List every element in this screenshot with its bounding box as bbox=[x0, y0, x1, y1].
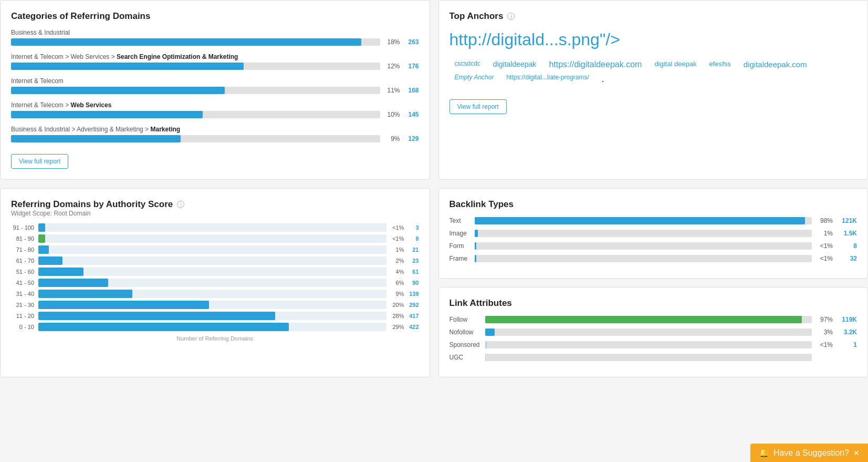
backlink-title: Backlink Types bbox=[449, 199, 857, 210]
backlink-bar-bg bbox=[475, 217, 812, 224]
category-bar-fill bbox=[11, 63, 244, 70]
anchor-tag[interactable]: https://digitaldeepak.com bbox=[549, 60, 642, 69]
authority-chart: 91 - 100 <1% 3 81 - 90 <1% 8 71 - 80 1% … bbox=[11, 223, 419, 331]
authority-row-pct: 1% bbox=[386, 247, 404, 253]
link-attr-row-pct: <1% bbox=[816, 341, 833, 348]
category-bar-fill bbox=[11, 38, 361, 46]
anchor-tag[interactable]: digital deepak bbox=[654, 60, 696, 69]
backlink-bar-bg bbox=[475, 242, 812, 250]
category-pct: 12% bbox=[384, 63, 400, 70]
category-label: Internet & Telecom > Web Services bbox=[11, 101, 419, 109]
backlink-row-label: Image bbox=[449, 230, 470, 237]
link-attr-row-label: Sponsored bbox=[449, 341, 481, 348]
category-item: Internet & Telecom > Web Services 10% 14… bbox=[11, 101, 419, 118]
authority-bar-bg bbox=[38, 268, 386, 276]
anchors-cloud: cscsdcdcdigitaldeepakhttps://digitaldeep… bbox=[449, 60, 857, 85]
anchor-tag[interactable]: efesfss bbox=[709, 60, 731, 69]
link-attr-row-count: 3.2K bbox=[837, 328, 857, 336]
link-attr-row: Follow 97% 119K bbox=[449, 316, 857, 323]
authority-row-pct: <1% bbox=[386, 235, 404, 242]
backlink-bar-fill bbox=[475, 217, 806, 224]
backlink-row: Frame <1% 32 bbox=[449, 255, 857, 262]
authority-row-label: 0 - 10 bbox=[11, 324, 38, 330]
authority-row-pct: 20% bbox=[386, 302, 404, 308]
anchor-tag[interactable]: https://digital...liate-programs/ bbox=[506, 74, 589, 85]
category-count: 263 bbox=[404, 38, 419, 46]
link-attr-row-label: UGC bbox=[449, 354, 481, 361]
top-anchors-title: Top Anchors bbox=[449, 11, 504, 22]
authority-row: 41 - 50 6% 90 bbox=[11, 279, 419, 287]
category-pct: 18% bbox=[384, 38, 400, 46]
authority-row: 91 - 100 <1% 3 bbox=[11, 223, 419, 232]
backlink-bar-bg bbox=[475, 255, 812, 262]
category-bar-row: 18% 263 bbox=[11, 38, 419, 46]
category-label: Business & Industrial > Advertising & Ma… bbox=[11, 126, 419, 133]
category-count: 168 bbox=[404, 87, 419, 94]
category-bar-row: 9% 129 bbox=[11, 135, 419, 142]
authority-bar-fill bbox=[38, 234, 45, 243]
link-attr-bar-bg bbox=[485, 354, 812, 361]
anchor-tag[interactable]: Empty Anchor bbox=[455, 74, 494, 85]
category-bar-bg bbox=[11, 87, 380, 94]
anchor-tag[interactable]: . bbox=[602, 74, 604, 85]
authority-row-label: 31 - 40 bbox=[11, 291, 38, 297]
top-anchors-view-btn[interactable]: View full report bbox=[449, 99, 507, 114]
category-bar-row: 12% 176 bbox=[11, 63, 419, 70]
category-count: 145 bbox=[404, 111, 419, 118]
link-attr-row-label: Follow bbox=[449, 316, 481, 323]
anchor-tag[interactable]: cscsdcdc bbox=[455, 60, 480, 69]
link-attr-bar-bg bbox=[485, 341, 812, 348]
authority-bar-bg bbox=[38, 234, 386, 243]
authority-title: Referring Domains by Authority Score bbox=[11, 199, 173, 210]
link-attr-card: Link Attributes Follow 97% 119K Nofollow… bbox=[438, 287, 869, 377]
authority-row-label: 81 - 90 bbox=[11, 235, 38, 242]
authority-row-count: 23 bbox=[404, 258, 419, 264]
authority-bar-bg bbox=[38, 279, 386, 287]
authority-row-count: 21 bbox=[404, 247, 419, 253]
link-attr-row-count: 1 bbox=[837, 341, 857, 348]
backlink-row-count: 121K bbox=[837, 217, 857, 224]
link-attr-row: UGC bbox=[449, 354, 857, 361]
authority-row: 71 - 80 1% 21 bbox=[11, 245, 419, 254]
category-count: 129 bbox=[404, 135, 419, 142]
category-bar-bg bbox=[11, 111, 380, 118]
category-label: Business & Industrial bbox=[11, 29, 419, 36]
authority-info-icon[interactable]: i bbox=[177, 201, 184, 208]
authority-row-label: 61 - 70 bbox=[11, 258, 38, 264]
authority-bar-fill bbox=[38, 245, 49, 254]
authority-bar-bg bbox=[38, 256, 386, 265]
authority-row: 61 - 70 2% 23 bbox=[11, 256, 419, 265]
authority-bar-fill bbox=[38, 279, 108, 287]
right-cards: Backlink Types Text 98% 121K Image 1% 1.… bbox=[438, 188, 869, 377]
backlink-row-label: Frame bbox=[449, 255, 470, 262]
link-attr-row-label: Nofollow bbox=[449, 328, 481, 336]
link-attr-bar-fill bbox=[485, 354, 486, 361]
categories-view-btn[interactable]: View full report bbox=[11, 154, 68, 169]
backlink-row-label: Text bbox=[449, 217, 470, 224]
backlink-row-count: 1.5K bbox=[837, 230, 857, 237]
authority-bar-fill bbox=[38, 323, 289, 331]
anchor-tag[interactable]: digitaldeepak bbox=[493, 60, 537, 69]
authority-row-count: 3 bbox=[404, 224, 419, 231]
link-attr-row-pct: 3% bbox=[816, 328, 833, 336]
anchor-tag[interactable]: digitaldeepak.com bbox=[744, 60, 807, 69]
authority-bar-bg bbox=[38, 301, 386, 309]
link-attr-row: Sponsored <1% 1 bbox=[449, 341, 857, 348]
backlink-card: Backlink Types Text 98% 121K Image 1% 1.… bbox=[438, 188, 869, 279]
authority-row-pct: 9% bbox=[386, 291, 404, 297]
backlink-row-count: 32 bbox=[837, 255, 857, 262]
authority-bar-fill bbox=[38, 256, 62, 265]
backlink-row-pct: <1% bbox=[816, 255, 833, 262]
category-item: Business & Industrial 18% 263 bbox=[11, 29, 419, 46]
authority-row-pct: <1% bbox=[386, 224, 404, 231]
category-bar-bg bbox=[11, 135, 380, 142]
backlink-row: Form <1% 8 bbox=[449, 242, 857, 250]
authority-row-count: 417 bbox=[404, 313, 419, 319]
authority-row-label: 41 - 50 bbox=[11, 280, 38, 286]
category-bar-fill bbox=[11, 135, 181, 142]
backlink-row: Image 1% 1.5K bbox=[449, 230, 857, 237]
authority-bar-bg bbox=[38, 290, 386, 298]
category-pct: 9% bbox=[384, 135, 400, 142]
top-anchors-info-icon[interactable]: i bbox=[507, 13, 515, 20]
authority-bar-bg bbox=[38, 245, 386, 254]
